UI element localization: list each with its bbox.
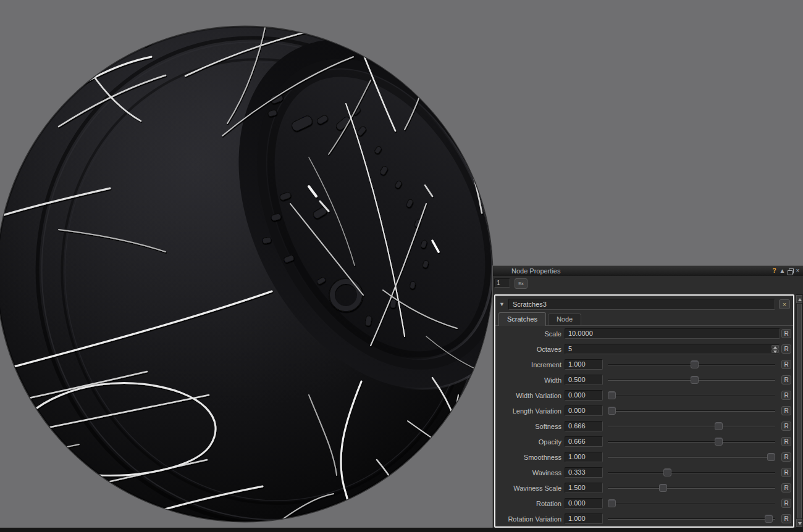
clear-selection-button[interactable]: ≡x <box>515 278 528 289</box>
param-label-softness: Softness <box>495 423 565 430</box>
shader-ball-3d-view[interactable] <box>0 0 494 532</box>
param-value-waviness[interactable]: 0.333 <box>565 467 603 478</box>
param-value-increment[interactable]: 1.000 <box>565 359 603 370</box>
param-label-rotation: Rotation <box>495 500 565 507</box>
param-value-octaves[interactable]: 5 <box>565 344 780 354</box>
param-row-rotation-variation: Rotation Variation1.000R <box>495 511 793 526</box>
reset-button-length-variation[interactable]: R <box>781 406 791 415</box>
param-list: Scale10.0000ROctaves5RIncrement1.000RWid… <box>495 326 793 526</box>
param-row-width-variation: Width Variation0.000R <box>495 388 793 403</box>
slider-handle[interactable] <box>765 515 773 523</box>
panel-titlebar[interactable]: Node Properties ? ▲ × <box>493 266 803 276</box>
tab-scratches[interactable]: Scratches <box>498 312 546 326</box>
param-row-octaves: Octaves5R <box>495 341 793 357</box>
restore-icon[interactable] <box>787 267 793 275</box>
param-value-smoothness[interactable]: 1.000 <box>565 452 603 462</box>
reset-button-softness[interactable]: R <box>781 422 791 431</box>
param-row-increment: Increment1.000R <box>495 357 793 372</box>
help-icon[interactable]: ? <box>771 267 778 275</box>
param-value-scale[interactable]: 10.0000 <box>565 328 780 339</box>
node-index-input[interactable] <box>494 278 510 288</box>
slider-rail <box>608 503 775 504</box>
reset-button-increment[interactable]: R <box>781 360 791 369</box>
detach-icon[interactable]: ▲ <box>779 267 786 275</box>
app-viewport: Node Properties ? ▲ × ≡x ▼ Scratches3 × … <box>0 0 803 532</box>
remove-node-button[interactable]: × <box>779 299 790 309</box>
reset-button-waviness[interactable]: R <box>781 468 791 477</box>
reset-button-octaves[interactable]: R <box>781 344 791 354</box>
param-label-width: Width <box>495 376 565 384</box>
param-slider-smoothness[interactable] <box>608 452 775 462</box>
slider-handle[interactable] <box>715 438 723 446</box>
reset-button-opacity[interactable]: R <box>781 437 791 446</box>
slider-handle[interactable] <box>691 376 699 384</box>
slider-handle[interactable] <box>608 391 616 399</box>
param-value-opacity[interactable]: 0.666 <box>565 436 603 447</box>
panel-scrollbar[interactable] <box>796 294 803 528</box>
param-slider-increment[interactable] <box>608 359 775 370</box>
slider-rail <box>608 518 775 520</box>
slider-rail <box>608 457 775 458</box>
param-value-width-variation[interactable]: 0.000 <box>565 390 603 401</box>
param-slider-waviness-scale[interactable] <box>608 483 775 493</box>
slider-rail <box>608 441 775 443</box>
param-label-increment: Increment <box>495 361 565 368</box>
scroll-down-button[interactable] <box>796 519 802 527</box>
param-slider-waviness[interactable] <box>608 467 775 478</box>
panel-toolbar: ≡x <box>493 276 803 293</box>
reset-button-waviness-scale[interactable]: R <box>781 483 791 493</box>
slider-handle[interactable] <box>608 499 616 507</box>
node-name-field[interactable]: Scratches3 <box>508 299 775 310</box>
scroll-up-button[interactable] <box>796 295 802 303</box>
param-slider-rotation[interactable] <box>608 498 775 509</box>
param-value-softness[interactable]: 0.666 <box>565 421 603 431</box>
scrollbar-thumb[interactable] <box>797 304 802 518</box>
reset-button-width[interactable]: R <box>781 375 791 384</box>
param-label-octaves: Octaves <box>495 346 565 353</box>
slider-handle[interactable] <box>608 407 616 415</box>
param-value-length-variation[interactable]: 0.000 <box>565 405 603 416</box>
tab-node[interactable]: Node <box>548 314 581 325</box>
param-slider-width[interactable] <box>608 375 775 385</box>
spinner-octaves[interactable] <box>771 345 779 353</box>
close-icon[interactable]: × <box>794 267 801 275</box>
param-row-rotation: Rotation0.000R <box>495 496 793 511</box>
param-label-opacity: Opacity <box>495 438 565 446</box>
slider-handle[interactable] <box>659 484 667 492</box>
param-value-rotation-variation[interactable]: 1.000 <box>565 513 603 524</box>
param-value-waviness-scale[interactable]: 1.500 <box>565 483 603 493</box>
param-value-rotation[interactable]: 0.000 <box>565 498 603 509</box>
slider-rail <box>608 395 775 396</box>
spin-down-icon[interactable] <box>771 349 779 353</box>
collapse-arrow-icon[interactable]: ▼ <box>499 301 505 307</box>
reset-button-rotation-variation[interactable]: R <box>781 514 791 523</box>
param-label-width-variation: Width Variation <box>495 392 565 399</box>
param-slider-opacity[interactable] <box>608 436 775 447</box>
param-slider-length-variation[interactable] <box>608 405 775 416</box>
titlebar-icons: ? ▲ × <box>771 267 803 275</box>
param-slider-rotation-variation[interactable] <box>608 513 775 524</box>
slider-handle[interactable] <box>663 468 671 476</box>
slider-rail <box>608 488 775 489</box>
node-header: ▼ Scratches3 × <box>495 296 793 312</box>
param-label-waviness-scale: Waviness Scale <box>495 484 565 492</box>
param-row-waviness: Waviness0.333R <box>495 465 793 480</box>
param-label-rotation-variation: Rotation Variation <box>495 515 565 523</box>
param-label-scale: Scale <box>495 330 565 338</box>
reset-button-width-variation[interactable]: R <box>781 391 791 400</box>
param-row-softness: Softness0.666R <box>495 418 793 434</box>
param-value-width[interactable]: 0.500 <box>565 375 603 385</box>
param-label-waviness: Waviness <box>495 469 565 476</box>
param-label-smoothness: Smoothness <box>495 454 565 461</box>
param-row-width: Width0.500R <box>495 372 793 388</box>
slider-handle[interactable] <box>767 453 775 461</box>
param-slider-width-variation[interactable] <box>608 390 775 401</box>
reset-button-smoothness[interactable]: R <box>781 452 791 462</box>
reset-button-scale[interactable]: R <box>781 329 791 338</box>
slider-handle[interactable] <box>691 360 699 368</box>
slider-handle[interactable] <box>715 422 723 430</box>
reset-button-rotation[interactable]: R <box>781 499 791 508</box>
spin-up-icon[interactable] <box>771 345 779 349</box>
slider-rail <box>608 472 775 473</box>
param-slider-softness[interactable] <box>608 421 775 431</box>
